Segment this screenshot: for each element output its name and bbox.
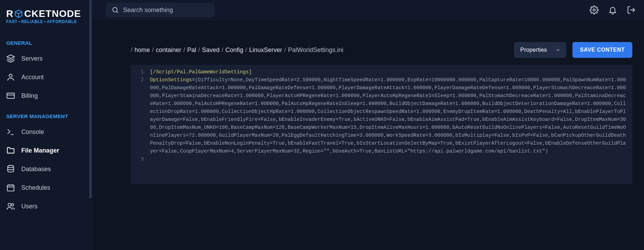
breadcrumb-seg-pal[interactable]: Pal xyxy=(187,46,196,54)
save-content-button[interactable]: SAVE CONTENT xyxy=(572,42,632,58)
bell-icon xyxy=(608,6,617,14)
logout-button[interactable] xyxy=(627,6,636,14)
dropdown-selected: Properties xyxy=(520,46,547,53)
breadcrumb-seg-config[interactable]: Config xyxy=(225,46,243,54)
line-number: 3 xyxy=(131,155,150,163)
brand-post: CKETNODE xyxy=(24,8,81,19)
sidebar-item-label: Servers xyxy=(21,55,43,62)
svg-point-10 xyxy=(8,203,11,206)
breadcrumb-seg-linuxserver[interactable]: LinuxServer xyxy=(249,46,282,54)
sidebar-scrollbar[interactable] xyxy=(89,0,92,250)
gear-icon xyxy=(590,6,599,14)
search-input[interactable] xyxy=(123,7,209,14)
line-number: 2 xyxy=(131,76,150,155)
sidebar-item-label: Billing xyxy=(21,92,38,100)
sidebar-item-label: File Manager xyxy=(21,147,59,154)
sidebar-item-schedules[interactable]: Schedules xyxy=(0,178,93,197)
sidebar-item-label: Databases xyxy=(21,166,51,173)
notifications-button[interactable] xyxy=(608,6,617,14)
sidebar-item-account[interactable]: Account xyxy=(0,68,93,86)
sidebar-item-label: Users xyxy=(21,203,37,210)
users-icon xyxy=(6,202,15,211)
svg-point-14 xyxy=(593,9,595,11)
calendar-icon xyxy=(6,183,15,192)
credit-card-icon xyxy=(6,91,15,100)
folder-icon xyxy=(6,146,15,155)
settings-button[interactable] xyxy=(590,6,599,14)
search-box[interactable] xyxy=(106,3,215,17)
breadcrumb-seg-file: PalWorldSettings.ini xyxy=(288,46,343,54)
logo: R CKETNODE FAST•RELIABLE•AFFORDABLE xyxy=(0,6,93,32)
brand-pre: R xyxy=(6,8,13,19)
svg-point-1 xyxy=(9,74,12,77)
search-icon xyxy=(111,6,119,14)
breadcrumb-seg-saved[interactable]: Saved xyxy=(202,46,219,54)
breadcrumb: / home / container / Pal / Saved / Confi… xyxy=(131,46,343,54)
svg-line-13 xyxy=(117,11,118,13)
terminal-icon xyxy=(6,127,15,136)
sidebar-item-label: Schedules xyxy=(21,184,50,191)
sidebar-item-label: Console xyxy=(21,128,44,136)
main: / home / container / Pal / Saved / Confi… xyxy=(93,0,644,250)
breadcrumb-sep: / xyxy=(131,46,132,54)
syntax-dropdown[interactable]: Properties xyxy=(514,42,566,58)
svg-point-11 xyxy=(11,204,13,206)
chevron-down-icon xyxy=(555,47,561,53)
database-icon xyxy=(6,165,15,174)
sidebar-item-label: Account xyxy=(21,74,44,81)
line-number: 1 xyxy=(131,68,150,76)
section-general-title: GENERAL xyxy=(0,32,93,49)
section-server-mgmt-title: SERVER MANAGEMENT xyxy=(0,105,93,123)
logout-icon xyxy=(627,6,636,14)
svg-rect-2 xyxy=(7,93,14,98)
svg-marker-0 xyxy=(7,55,14,59)
code-editor[interactable]: 1 [/Script/Pal.PalGameWorldSettings] 2 O… xyxy=(131,65,632,184)
topbar xyxy=(93,0,644,20)
cube-icon xyxy=(14,9,23,18)
sidebar-item-servers[interactable]: Servers xyxy=(0,49,93,68)
code-line: OptionSettings=(Difficulty=None,DayTimeS… xyxy=(150,76,632,155)
sidebar-item-users[interactable]: Users xyxy=(0,197,93,216)
sidebar-item-billing[interactable]: Billing xyxy=(0,86,93,105)
sidebar-item-console[interactable]: Console xyxy=(0,123,93,141)
code-line: [/Script/Pal.PalGameWorldSettings] xyxy=(150,68,632,76)
breadcrumb-seg-container[interactable]: container xyxy=(156,46,181,54)
svg-point-5 xyxy=(8,165,13,168)
user-icon xyxy=(6,73,15,82)
sidebar-item-file-manager[interactable]: File Manager xyxy=(0,141,93,160)
sidebar-item-databases[interactable]: Databases xyxy=(0,160,93,178)
sidebar: R CKETNODE FAST•RELIABLE•AFFORDABLE GENE… xyxy=(0,0,93,250)
svg-point-12 xyxy=(113,8,117,12)
brand-tagline: FAST•RELIABLE•AFFORDABLE xyxy=(6,19,86,24)
layers-icon xyxy=(6,54,15,63)
brand-name: R CKETNODE xyxy=(6,8,86,19)
code-line xyxy=(150,155,632,163)
svg-rect-6 xyxy=(7,185,14,191)
breadcrumb-seg-home[interactable]: home xyxy=(135,46,150,54)
